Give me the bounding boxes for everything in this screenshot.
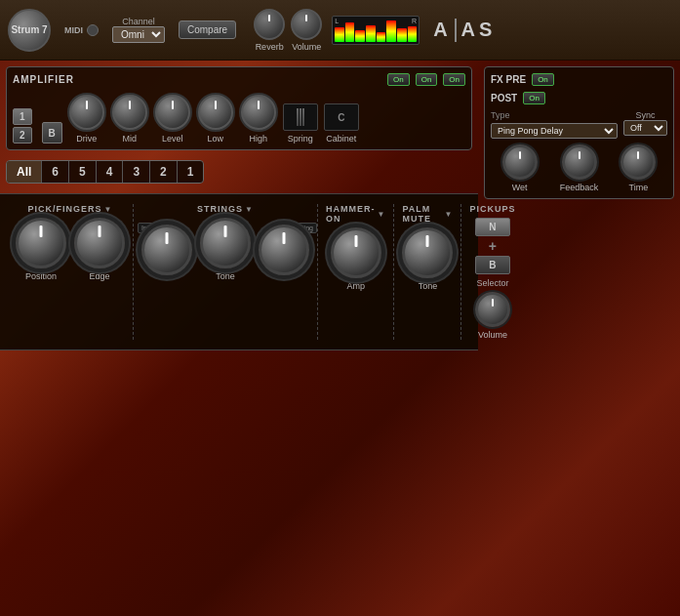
cabinet-display: C xyxy=(324,103,359,131)
string-all-btn[interactable]: All xyxy=(7,161,42,183)
channel-select[interactable]: Omni 123 xyxy=(112,26,165,43)
channel-section: Channel Omni 123 xyxy=(112,17,165,43)
amp-group: Amp xyxy=(331,227,381,291)
ch2-button[interactable]: 2 xyxy=(13,127,32,144)
fx-pre-label: FX PRE xyxy=(491,74,526,85)
time-group: Time xyxy=(620,144,656,192)
fx-type-row: Type Ping Pong Delay Reverb Chorus Sync … xyxy=(491,110,667,139)
drive-knob[interactable] xyxy=(68,94,105,131)
fx-pre-on-btn[interactable]: On xyxy=(532,73,554,86)
mid-group: Mid xyxy=(111,94,148,144)
low-knob[interactable] xyxy=(197,94,234,131)
palm-mute-arrow: ▼ xyxy=(445,210,454,219)
string-6-btn[interactable]: 6 xyxy=(42,161,69,183)
string-4-btn[interactable]: 4 xyxy=(97,161,124,183)
fx-type-select[interactable]: Ping Pong Delay Reverb Chorus xyxy=(491,123,618,139)
position-group: Position xyxy=(16,218,66,281)
drive-group: Drive xyxy=(68,94,105,144)
spring-label: Spring xyxy=(288,134,313,144)
amp-controls: 1 2 B Drive Mid xyxy=(13,94,465,144)
string-selector: All 6 5 4 3 2 1 xyxy=(6,160,204,184)
sync-label: Sync xyxy=(635,110,655,120)
palm-mute-label: PALM MUTE xyxy=(402,204,442,224)
fx-knobs: Wet Feedback Time xyxy=(491,144,667,192)
pick-fingers-title: PICK/FINGERS ▼ xyxy=(28,204,113,214)
position-knob[interactable] xyxy=(16,218,66,268)
main-content: AMPLIFIER On On On 1 2 B xyxy=(0,61,680,616)
inharm-group: Inharm. xyxy=(141,225,192,275)
fx-post-on-btn[interactable]: On xyxy=(523,92,545,104)
low-label: Low xyxy=(208,134,224,144)
channel-label: Channel xyxy=(122,17,155,26)
volume-knob[interactable] xyxy=(291,9,322,40)
time-knob[interactable] xyxy=(620,144,656,180)
palm-tone-group: Tone xyxy=(402,227,453,291)
vu-r: R xyxy=(412,18,417,24)
hammer-on-section: HAMMER-ON ▼ Amp xyxy=(318,204,394,340)
channel-selector: 1 2 xyxy=(13,108,32,144)
amp-title: AMPLIFIER xyxy=(13,74,74,85)
hammer-on-arrow: ▼ xyxy=(378,210,386,219)
edge-knob[interactable] xyxy=(74,218,125,268)
string-3-btn[interactable]: 3 xyxy=(123,161,150,183)
feedback-knob[interactable] xyxy=(562,144,597,180)
palm-mute-title: PALM MUTE ▼ xyxy=(402,204,453,224)
hammer-amp-label: Amp xyxy=(346,281,365,291)
level-group: Level xyxy=(154,94,191,144)
fx-post-label: POST xyxy=(491,93,517,103)
string-1-btn[interactable]: 1 xyxy=(178,161,204,183)
feedback-group: Feedback xyxy=(560,144,599,192)
amp-on-button[interactable]: On xyxy=(387,73,410,86)
palm-mute-section: PALM MUTE ▼ Tone xyxy=(394,204,461,340)
coupling-knob[interactable] xyxy=(259,225,309,275)
edge-group: Edge xyxy=(74,218,125,281)
string-2-btn[interactable]: 2 xyxy=(150,161,178,183)
coupling-group: Coupling xyxy=(259,225,309,275)
aas-s: S xyxy=(479,19,494,41)
pick-fingers-section: PICK/FINGERS ▼ Position Edge xyxy=(8,204,134,340)
inharm-knob[interactable] xyxy=(141,225,192,275)
level-knob[interactable] xyxy=(154,94,191,131)
reverb-knob-group: Reverb xyxy=(254,9,285,52)
high-group: High xyxy=(240,94,277,144)
palm-tone-knob[interactable] xyxy=(402,227,453,278)
app-logo: Strum 7 xyxy=(8,9,51,52)
vu-meter: L R xyxy=(332,16,420,45)
cabinet-c-label: C xyxy=(338,112,344,123)
mid-knob[interactable] xyxy=(111,94,148,131)
palm-mute-knobs: Tone xyxy=(402,227,453,291)
compare-button[interactable]: Compare xyxy=(179,21,236,39)
ch-b-button[interactable]: B xyxy=(42,122,62,144)
feedback-label: Feedback xyxy=(560,183,599,192)
midi-section: MIDI xyxy=(64,24,99,36)
spring-on-button[interactable]: On xyxy=(416,73,438,86)
midi-label: MIDI xyxy=(64,25,83,35)
reverb-knob[interactable] xyxy=(254,9,285,40)
spring-display xyxy=(283,103,318,131)
volume-label: Volume xyxy=(292,42,321,52)
strings-ctrl-arrow: ▼ xyxy=(245,205,254,214)
fx-post-header: POST On xyxy=(491,92,667,104)
fx-header: FX PRE On xyxy=(491,73,667,86)
wet-knob[interactable] xyxy=(502,144,538,180)
sync-select[interactable]: Off On xyxy=(623,120,667,136)
strings-ctrl-knobs: Inharm. Tone Coupling xyxy=(141,218,309,281)
hammer-amp-knob[interactable] xyxy=(331,227,381,278)
reverb-label: Reverb xyxy=(256,42,284,52)
volume-knob-group: Volume xyxy=(291,9,322,52)
amp-header: AMPLIFIER On On On xyxy=(13,73,465,86)
midi-dot[interactable] xyxy=(87,24,99,36)
amplifier-section: AMPLIFIER On On On 1 2 B xyxy=(6,66,472,150)
hammer-on-knobs: Amp xyxy=(331,227,381,291)
drive-label: Drive xyxy=(76,134,97,144)
ch1-button[interactable]: 1 xyxy=(13,108,32,125)
strings-tone-knob[interactable] xyxy=(200,218,251,268)
high-knob[interactable] xyxy=(240,94,277,131)
time-label: Time xyxy=(629,183,649,192)
low-group: Low xyxy=(197,94,234,144)
cabinet-section: C Cabinet xyxy=(324,103,359,144)
cabinet-on-button[interactable]: On xyxy=(443,73,465,86)
level-label: Level xyxy=(162,134,183,144)
top-bar: Strum 7 MIDI Channel Omni 123 Compare Re… xyxy=(0,0,680,61)
string-5-btn[interactable]: 5 xyxy=(69,161,97,183)
